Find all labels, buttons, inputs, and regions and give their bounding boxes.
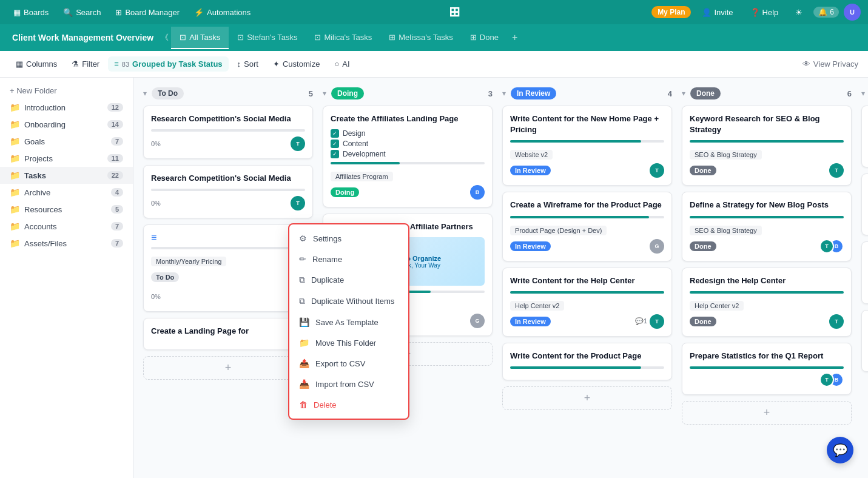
new-folder-btn[interactable]: + New Folder [0,82,133,99]
column-todo: ▾ To Do 5 Research Competition's Social … [143,87,313,380]
collapse-col-btn[interactable]: ▾ [861,89,865,98]
card-avatar: B [470,185,485,200]
card[interactable]: Create a Landing Page for [143,318,313,349]
collapse-col-btn[interactable]: ▾ [143,89,147,98]
menu-item-rename[interactable]: ✏ Rename [289,249,408,269]
nav-automations[interactable]: ⚡ Automations [188,5,257,19]
card-title: Research Competition's Social Media [151,113,305,124]
status-badge-done: Done [690,87,721,99]
menu-item-save-template[interactable]: 💾 Save As Template [289,312,408,332]
progress-bar [510,291,664,294]
collapse-sidebar-btn[interactable]: 《 [158,30,171,45]
col-count-todo: 5 [309,89,313,98]
customize-btn[interactable]: ✦ Customize [267,56,326,72]
add-card-btn[interactable]: + [143,356,313,380]
tab-icon: ⊡ [180,33,186,42]
nav-board-manager[interactable]: ⊞ Board Manager [109,5,186,19]
menu-item-duplicate-no-items[interactable]: ⧉ Duplicate Without Items [289,291,408,312]
context-menu: ⚙ Settings ✏ Rename ⧉ Duplicate ⧉ Duplic… [288,223,409,420]
user-avatar[interactable]: U [844,4,861,21]
eye-icon: 👁 [802,59,810,69]
card[interactable]: Define a Strategy for New Blog Posts SEO… [682,192,852,261]
card-row: Monthly/Yearly Pricing [151,254,305,266]
add-card-btn[interactable]: + [502,386,672,410]
sidebar-item-archive[interactable]: 📁 Archive 4 [0,184,133,201]
status-badge-review: In Review [511,87,556,99]
sidebar-item-resources[interactable]: 📁 Resources 5 [0,201,133,218]
card-tag: Help Center v2 [690,301,744,311]
menu-item-duplicate[interactable]: ⧉ Duplicate [289,269,408,291]
menu-item-move-folder[interactable]: 📁 Move This Folder [289,332,408,353]
column-header-todo: ▾ To Do 5 [143,87,313,99]
tab-milica[interactable]: ⊡ Milica's Tasks [306,27,380,49]
progress-bar [510,140,664,143]
card[interactable]: Research Competition's Social Media 0% T [143,165,313,218]
card[interactable]: Create New Cop... New Ads for Face... Bl… [861,173,868,235]
card-tag: Monthly/Yearly Pricing [151,257,226,266]
columns-btn[interactable]: ▦ Columns [10,56,63,72]
card-avatar: T [650,163,664,178]
add-card-btn[interactable]: + [682,401,852,425]
help-btn[interactable]: ❓ Help [744,5,785,19]
card[interactable]: Create a Wireframe for the Product Page … [502,192,672,261]
sidebar-item-goals[interactable]: 📁 Goals 7 [0,133,133,150]
card-title: Write Content for the New Home Page + Pr… [510,113,664,135]
column-header-doing: ▾ Doing 3 [323,87,493,99]
invite-btn[interactable]: 👤 Invite [696,5,739,19]
nav-search[interactable]: 🔍 Search [57,5,107,19]
secondary-navigation: Client Work Management Overview 《 ⊡ All … [0,24,868,51]
tab-all-tasks[interactable]: ⊡ All Tasks [171,27,229,49]
project-title[interactable]: Client Work Management Overview [7,33,158,42]
card[interactable]: Prepare Statistics for the Q1 Report T B [682,343,852,395]
collapse-col-btn[interactable]: ▾ [502,89,506,98]
nav-boards[interactable]: ▦ Boards [7,5,55,19]
sun-icon-btn[interactable]: ☀ [789,5,809,19]
logo-area: ⊞ [259,4,649,20]
card[interactable]: Write Content for the Help Center Help C… [502,268,672,337]
sidebar-item-assets[interactable]: 📁 Assets/Files 7 [0,235,133,252]
menu-item-import-csv[interactable]: 📥 Import from CSV [289,374,408,394]
card-avatar: T [819,372,834,387]
card[interactable]: Keyword Research for SEO & Blog Strategy… [682,106,852,186]
add-tab-btn[interactable]: + [507,27,522,48]
card-row: Help Center v2 [690,298,844,311]
col-count-doing: 3 [488,89,493,98]
card[interactable]: Redesign the Help Center Help Center v2 … [682,268,852,337]
card[interactable]: Create the Affiliates Landing Page ✓ Des… [323,106,493,207]
view-privacy-btn[interactable]: 👁 View Privacy [802,59,858,69]
tab-done[interactable]: ⊞ Done [462,27,507,49]
sort-btn[interactable]: ↕ Sort [231,56,264,72]
collapse-col-btn[interactable]: ▾ [682,89,685,98]
sidebar-item-tasks[interactable]: 📁 Tasks 22 [0,167,133,184]
menu-item-delete[interactable]: 🗑 Delete [289,394,408,415]
card[interactable]: Write Content for the New Home Page + Pr… [502,106,672,186]
card[interactable]: Research Competition's Social Media 0% T [143,106,313,159]
card-title: Research Competition's Social Media [151,173,305,184]
tab-melissa[interactable]: ⊞ Melissa's Tasks [380,27,462,49]
notifications-btn[interactable]: 🔔 6 [813,7,839,18]
sidebar-item-accounts[interactable]: 📁 Accounts 7 [0,218,133,235]
tab-stefan[interactable]: ⊡ Stefan's Tasks [229,27,306,49]
chat-button[interactable]: 💬 [827,437,853,463]
sidebar-item-introduction[interactable]: 📁 Introduction 12 [0,99,133,116]
grouped-btn[interactable]: ≡ 83 Grouped by Task Status [108,56,228,72]
ai-btn[interactable]: ○ AI [328,56,355,72]
checkbox: ✓ [331,150,339,158]
card[interactable]: ≡ Monthly/Yearly Pricing To Do 0% G [143,224,313,312]
progress-bar [331,162,485,164]
collapse-col-btn[interactable]: ▾ [323,89,326,98]
card[interactable]: Design Suggesti... Logo Branding/Logo Bl… [861,310,868,372]
card[interactable]: Develop the New Platform Help Center v2 … [861,241,868,303]
invite-icon: 👤 [702,8,712,17]
filter-btn[interactable]: ⚗ Filter [66,56,106,72]
card-status: Doing [331,187,359,197]
my-plan-badge[interactable]: My Plan [651,6,691,18]
card[interactable]: Write Content for the Product Page [502,343,672,380]
menu-item-export-csv[interactable]: 📤 Export to CSV [289,353,408,374]
sidebar-item-onboarding[interactable]: 📁 Onboarding 14 [0,116,133,133]
card[interactable]: Create New Ima... New Ads for Face... Bl… [861,106,868,167]
checklist-item: ✓ Content [331,140,485,148]
doc-icon: ≡ [151,232,156,243]
sidebar-item-projects[interactable]: 📁 Projects 11 [0,150,133,167]
menu-item-settings[interactable]: ⚙ Settings [289,228,408,249]
